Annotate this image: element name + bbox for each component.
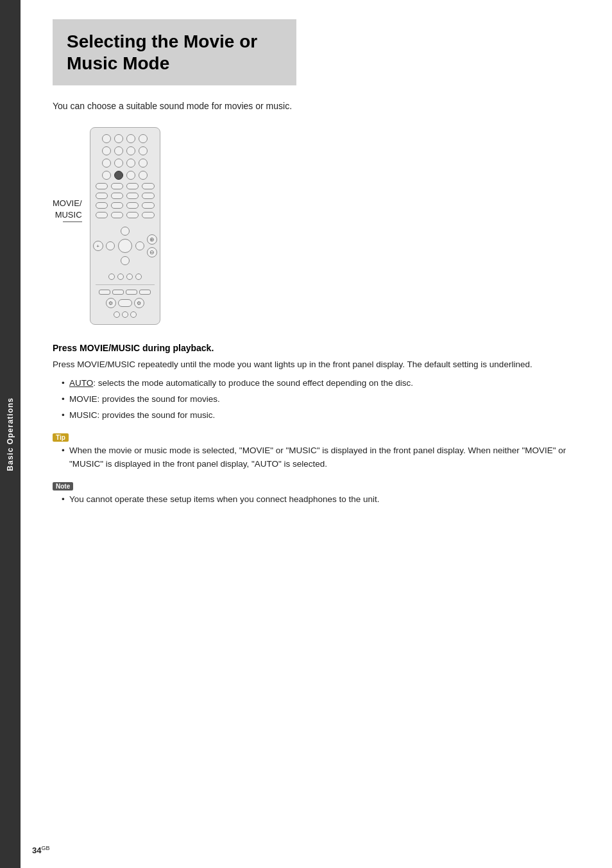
remote-label: MOVIE/ MUSIC bbox=[53, 198, 82, 221]
btn-rounded-rect bbox=[111, 212, 123, 218]
btn-oval[interactable] bbox=[118, 299, 132, 307]
btn-rounded-rect bbox=[111, 193, 123, 199]
intro-text: You can choose a suitable sound mode for… bbox=[53, 100, 580, 113]
arrow-line bbox=[63, 221, 82, 223]
dpad bbox=[106, 227, 144, 265]
dpad-side-left[interactable]: + bbox=[93, 241, 103, 251]
remote-section: MOVIE/ MUSIC bbox=[53, 127, 580, 325]
section-heading: Press MOVIE/MUSIC during playback. bbox=[53, 343, 580, 353]
btn-circle bbox=[114, 146, 123, 155]
sidebar: Basic Operations bbox=[0, 0, 21, 868]
btn-circle bbox=[102, 159, 111, 168]
btn-rounded-rect bbox=[96, 183, 108, 189]
dpad-bottom-row bbox=[108, 273, 142, 280]
remote-row-6 bbox=[96, 193, 155, 199]
dpad-side-right-bottom[interactable]: ⊖ bbox=[147, 247, 157, 257]
btn-circle bbox=[139, 134, 148, 143]
bullet-list: AUTO: selects the mode automatically to … bbox=[62, 377, 580, 422]
page-number: 34GB bbox=[32, 845, 49, 855]
tip-box: Tip When the movie or music mode is sele… bbox=[53, 431, 580, 471]
bullet-item-music: MUSIC: provides the sound for music. bbox=[62, 409, 580, 422]
btn-circle bbox=[102, 171, 111, 180]
btn-small-circle bbox=[108, 273, 115, 280]
btn-circle bbox=[114, 159, 123, 168]
bullet-item-auto: AUTO: selects the mode automatically to … bbox=[62, 377, 580, 390]
btn-circle bbox=[126, 134, 135, 143]
dpad-side-right-top[interactable]: ⊕ bbox=[147, 234, 157, 245]
dpad-up[interactable] bbox=[121, 227, 130, 236]
remote-row-3 bbox=[96, 159, 155, 168]
btn-circle bbox=[114, 134, 123, 143]
auto-underline: AUTO bbox=[69, 378, 93, 388]
note-label: Note bbox=[53, 482, 73, 490]
remote-row-8 bbox=[96, 212, 155, 218]
tip-label: Tip bbox=[53, 433, 69, 442]
dpad-area: + ⊕ ⊖ bbox=[93, 224, 157, 268]
remote-bottom-row-2: ⚙ ⚙ bbox=[96, 298, 155, 308]
btn-rounded-rect bbox=[111, 183, 123, 189]
dpad-center[interactable] bbox=[118, 239, 132, 253]
remote-divider bbox=[96, 284, 155, 285]
remote-bottom-row-1 bbox=[96, 290, 155, 295]
dpad-right[interactable] bbox=[135, 241, 144, 250]
btn-rounded-rect bbox=[111, 202, 123, 209]
btn-icon[interactable]: ⚙ bbox=[134, 298, 144, 308]
btn-rounded-rect bbox=[96, 202, 108, 209]
note-box: Note You cannot operate these setup item… bbox=[53, 480, 580, 507]
btn-rounded-rect bbox=[126, 183, 139, 189]
remote-row-1 bbox=[96, 134, 155, 143]
btn-small-circle bbox=[114, 311, 120, 318]
remote-bottom-row-3 bbox=[96, 311, 155, 318]
btn-small-rect bbox=[99, 290, 110, 295]
btn-icon[interactable]: ⚙ bbox=[106, 298, 116, 308]
btn-small-rect bbox=[126, 290, 137, 295]
note-bullet-list: You cannot operate these setup items whe… bbox=[62, 493, 580, 507]
page-title: Selecting the Movie orMusic Mode bbox=[67, 31, 282, 74]
movie-music-button[interactable] bbox=[114, 171, 123, 180]
btn-small-rect bbox=[112, 290, 124, 295]
tip-text: When the movie or music mode is selected… bbox=[62, 444, 580, 471]
body-text: Press MOVIE/MUSIC repeatedly until the m… bbox=[53, 358, 580, 372]
remote-row-4 bbox=[96, 171, 155, 180]
btn-small-circle bbox=[122, 311, 128, 318]
dpad-side-right-group: ⊕ ⊖ bbox=[147, 234, 157, 257]
btn-small-rect bbox=[139, 290, 151, 295]
btn-circle bbox=[139, 171, 148, 180]
btn-circle bbox=[126, 171, 135, 180]
btn-small-circle bbox=[126, 273, 133, 280]
btn-small-circle bbox=[135, 273, 142, 280]
sidebar-label: Basic Operations bbox=[6, 397, 15, 471]
tip-bullet-list: When the movie or music mode is selected… bbox=[62, 444, 580, 471]
remote-row-2 bbox=[96, 146, 155, 155]
btn-circle bbox=[126, 159, 135, 168]
btn-circle bbox=[139, 146, 148, 155]
btn-circle bbox=[139, 159, 148, 168]
btn-rounded-rect bbox=[96, 193, 108, 199]
btn-rounded-rect bbox=[142, 193, 154, 199]
remote-label-area: MOVIE/ MUSIC bbox=[53, 127, 82, 222]
btn-small-circle bbox=[117, 273, 124, 280]
btn-rounded-rect bbox=[96, 212, 108, 218]
remote-row-7 bbox=[96, 202, 155, 209]
btn-rounded-rect bbox=[126, 212, 139, 218]
btn-rounded-rect bbox=[142, 183, 154, 189]
btn-small-circle bbox=[130, 311, 137, 318]
btn-rounded-rect bbox=[142, 212, 154, 218]
btn-circle bbox=[102, 134, 111, 143]
bullet-item-movie: MOVIE: provides the sound for movies. bbox=[62, 393, 580, 406]
btn-rounded-rect bbox=[126, 193, 139, 199]
title-box: Selecting the Movie orMusic Mode bbox=[53, 19, 296, 85]
dpad-down[interactable] bbox=[121, 256, 130, 265]
remote-row-5 bbox=[96, 183, 155, 189]
note-text: You cannot operate these setup items whe… bbox=[62, 493, 580, 507]
btn-circle bbox=[102, 146, 111, 155]
btn-circle bbox=[126, 146, 135, 155]
btn-rounded-rect bbox=[126, 202, 139, 209]
btn-rounded-rect bbox=[142, 202, 154, 209]
remote-control: + ⊕ ⊖ bbox=[90, 127, 160, 325]
dpad-left[interactable] bbox=[106, 241, 115, 250]
main-content: Selecting the Movie orMusic Mode You can… bbox=[21, 0, 612, 548]
